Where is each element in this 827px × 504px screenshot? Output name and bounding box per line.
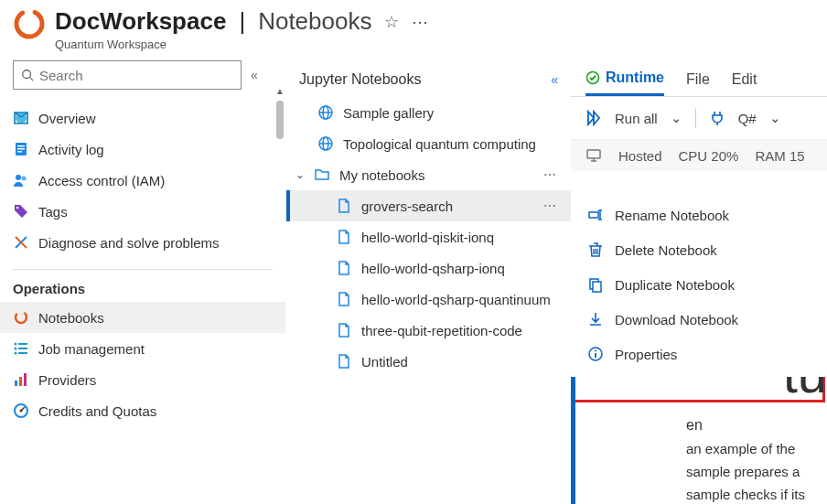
tree-label: grovers-search: [361, 198, 453, 214]
nav-item-overview[interactable]: Overview: [0, 102, 285, 134]
tree-my-notebooks[interactable]: ⌄ My notebooks ⋯: [286, 159, 571, 190]
tab-file[interactable]: File: [686, 70, 710, 96]
tree-file-grovers[interactable]: grovers-search ⋯: [286, 190, 571, 221]
globe-icon: [317, 135, 334, 152]
tab-edit[interactable]: Edit: [732, 70, 757, 96]
file-icon: [336, 353, 352, 370]
nav-label: Job management: [38, 341, 145, 357]
ctx-rename[interactable]: Rename Notebook: [571, 198, 825, 232]
file-icon: [336, 229, 352, 245]
svg-point-15: [15, 343, 17, 346]
search-input[interactable]: [39, 68, 233, 83]
ctx-properties[interactable]: Properties: [571, 337, 825, 371]
star-icon[interactable]: ☆: [384, 12, 399, 32]
tree-file-untitled[interactable]: Untitled: [286, 346, 571, 377]
page-title-sub: Notebooks: [258, 7, 371, 36]
page-title-main: DocWorkspace: [55, 7, 226, 36]
bars-icon: [13, 371, 29, 388]
svg-point-17: [15, 352, 17, 355]
search-box[interactable]: [13, 60, 242, 90]
context-menu: Rename Notebook Delete Notebook Duplicat…: [571, 192, 825, 377]
nav-label: Notebooks: [38, 310, 104, 326]
folder-icon: [314, 166, 330, 183]
collapse-mid-icon[interactable]: «: [551, 72, 558, 87]
tab-label: Edit: [732, 71, 757, 88]
collapse-sidebar-icon[interactable]: «: [251, 68, 258, 82]
divider: [13, 269, 273, 270]
status-ram: RAM 15: [755, 148, 804, 164]
scrollbar-thumb[interactable]: [276, 101, 284, 139]
runall-button[interactable]: Run all: [615, 111, 658, 126]
nav-label: Credits and Quotas: [38, 403, 156, 419]
nav-item-access-control[interactable]: Access control (IAM): [0, 165, 285, 196]
tree-topological[interactable]: Topological quantum computing: [286, 128, 571, 159]
nav-item-activity-log[interactable]: Activity log: [0, 134, 285, 165]
search-icon: [21, 69, 34, 81]
more-icon[interactable]: ⋯: [543, 198, 558, 213]
nav-item-providers[interactable]: Providers: [0, 364, 285, 395]
ctx-label: Rename Notebook: [615, 208, 729, 223]
ctx-download[interactable]: Download Notebook: [571, 302, 825, 337]
ctx-label: Duplicate Notebook: [615, 277, 735, 293]
file-icon: [336, 291, 352, 307]
tree-sample-gallery[interactable]: Sample gallery: [286, 97, 571, 128]
tab-label: Runtime: [606, 70, 664, 86]
tree-file-hw-qsharp-ionq[interactable]: hello-world-qsharp-ionq: [286, 252, 571, 284]
kernel-select[interactable]: Q#: [738, 111, 757, 126]
chevron-down-icon[interactable]: ⌄: [769, 110, 781, 126]
nav-item-tags[interactable]: Tags: [0, 196, 285, 227]
logo-icon: [13, 7, 46, 40]
nav-item-notebooks[interactable]: Notebooks: [0, 302, 285, 333]
overview-icon: [13, 110, 29, 126]
tag-icon: [13, 203, 29, 220]
more-icon[interactable]: ⋯: [412, 12, 428, 32]
nav-label: Tags: [38, 204, 68, 220]
title-sep: |: [239, 7, 245, 36]
host-icon: [585, 147, 602, 164]
svg-point-10: [16, 207, 19, 209]
svg-rect-30: [587, 150, 600, 158]
tree-label: hello-world-qsharp-ionq: [361, 261, 505, 276]
content-line1: an example of the: [686, 441, 827, 456]
tree-file-three-qubit[interactable]: three-qubit-repetition-code: [286, 315, 571, 346]
meter-icon: [13, 402, 29, 419]
status-cpu: CPU 20%: [679, 148, 739, 164]
page-subtitle: Quantum Workspace: [55, 38, 428, 51]
svg-rect-6: [17, 148, 25, 150]
nav-item-diagnose[interactable]: Diagnose and solve problems: [0, 227, 285, 258]
tab-runtime[interactable]: Runtime: [585, 70, 664, 96]
tree-label: Untitled: [361, 354, 408, 370]
mid-title: Jupyter Notebooks: [299, 71, 421, 88]
tree-file-hw-qsharp-quantinuum[interactable]: hello-world-qsharp-quantinuum: [286, 284, 571, 315]
svg-point-1: [23, 70, 31, 79]
content-suffix-en: en: [686, 417, 703, 433]
nav-item-job-management[interactable]: Job management: [0, 333, 285, 364]
chevron-down-icon[interactable]: ⌄: [671, 110, 682, 126]
svg-point-16: [15, 348, 17, 350]
svg-point-3: [16, 113, 27, 123]
svg-rect-5: [17, 145, 25, 147]
plug-icon: [709, 110, 725, 126]
nav-label: Providers: [38, 372, 96, 388]
tree-file-hw-qiskit-ionq[interactable]: hello-world-qiskit-ionq: [286, 221, 571, 252]
chevron-down-icon: ⌄: [295, 168, 305, 181]
svg-rect-7: [17, 151, 22, 153]
svg-rect-18: [15, 381, 17, 386]
ctx-label: Properties: [615, 347, 677, 362]
download-icon: [587, 311, 604, 327]
svg-rect-19: [19, 377, 22, 386]
ctx-label: Delete Notebook: [615, 242, 717, 258]
nav-label: Access control (IAM): [38, 173, 165, 188]
file-icon: [336, 260, 352, 276]
more-icon[interactable]: ⋯: [543, 167, 558, 182]
ctx-duplicate[interactable]: Duplicate Notebook: [571, 267, 825, 302]
svg-point-8: [16, 175, 21, 180]
tab-label: File: [686, 71, 710, 88]
scroll-up-icon[interactable]: ▲: [274, 86, 285, 97]
people-icon: [13, 172, 29, 188]
list-icon: [13, 340, 29, 357]
svg-point-11: [14, 310, 29, 326]
nav-item-credits-quotas[interactable]: Credits and Quotas: [0, 395, 285, 426]
ctx-delete[interactable]: Delete Notebook: [571, 232, 825, 267]
svg-rect-20: [24, 373, 27, 386]
